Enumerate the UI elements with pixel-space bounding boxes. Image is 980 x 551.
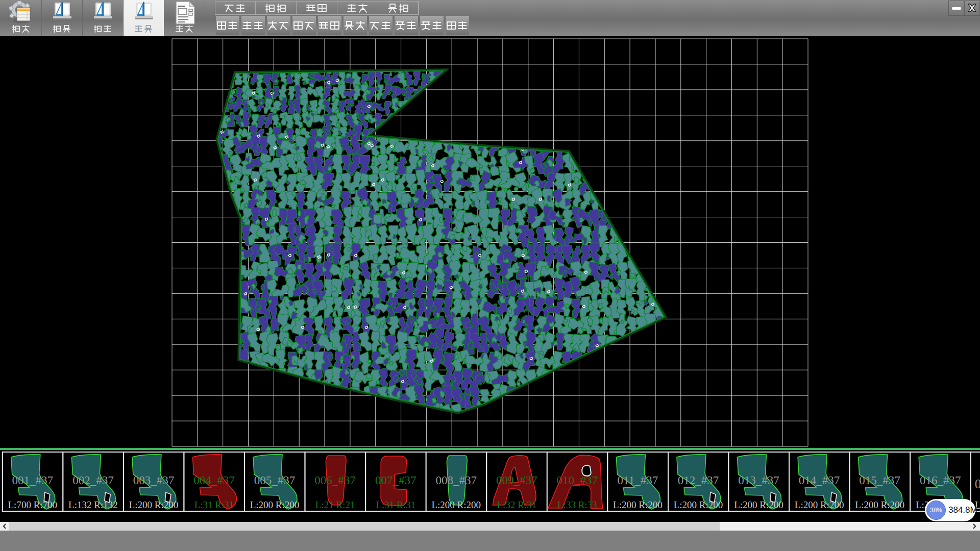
svg-text:L:31 R:31: L:31 R:31 — [194, 499, 234, 510]
svg-text:013_#37: 013_#37 — [738, 474, 779, 487]
svg-text:L:32 R:31: L:32 R:31 — [497, 499, 537, 510]
svg-text:L:33 R:33: L:33 R:33 — [557, 499, 597, 510]
svg-text:001_#37: 001_#37 — [12, 474, 54, 487]
svg-text:L:200 R:200: L:200 R:200 — [250, 499, 300, 510]
svg-text:009_#37: 009_#37 — [496, 474, 537, 487]
svg-text:L:132 R:132: L:132 R:132 — [68, 499, 118, 510]
svg-text:002_#37: 002_#37 — [72, 474, 114, 487]
svg-text:L:31 R:31: L:31 R:31 — [376, 499, 415, 510]
svg-text:008_#37: 008_#37 — [435, 474, 477, 487]
svg-text:006_#37: 006_#37 — [314, 474, 356, 487]
svg-text:L:200 R:200: L:200 R:200 — [674, 499, 723, 510]
svg-text:005_#37: 005_#37 — [254, 474, 296, 487]
svg-text:015_#37: 015_#37 — [859, 474, 900, 487]
svg-text:007_#37: 007_#37 — [375, 474, 416, 487]
svg-text:0: 0 — [975, 477, 980, 491]
svg-text:L:200 R:200: L:200 R:200 — [734, 499, 783, 510]
svg-text:L:200 R:200: L:200 R:200 — [613, 499, 663, 510]
svg-text:003_#37: 003_#37 — [133, 474, 175, 487]
svg-text:012_#37: 012_#37 — [678, 474, 719, 487]
svg-text:004_#37: 004_#37 — [193, 474, 235, 487]
svg-text:L:200 R:200: L:200 R:200 — [855, 499, 904, 510]
svg-text:L:200 R:200: L:200 R:200 — [431, 499, 481, 510]
svg-text:L:700 R:700: L:700 R:700 — [8, 499, 58, 510]
svg-text:L:21 R:21: L:21 R:21 — [315, 499, 355, 510]
svg-text:L:200 R:200: L:200 R:200 — [795, 499, 844, 510]
svg-text:014_#37: 014_#37 — [799, 474, 840, 487]
svg-text:011_#37: 011_#37 — [618, 474, 658, 487]
svg-text:L:200 R:200: L:200 R:200 — [129, 499, 179, 510]
svg-text:016_#37: 016_#37 — [920, 474, 961, 487]
svg-text:010_#37: 010_#37 — [557, 474, 598, 487]
